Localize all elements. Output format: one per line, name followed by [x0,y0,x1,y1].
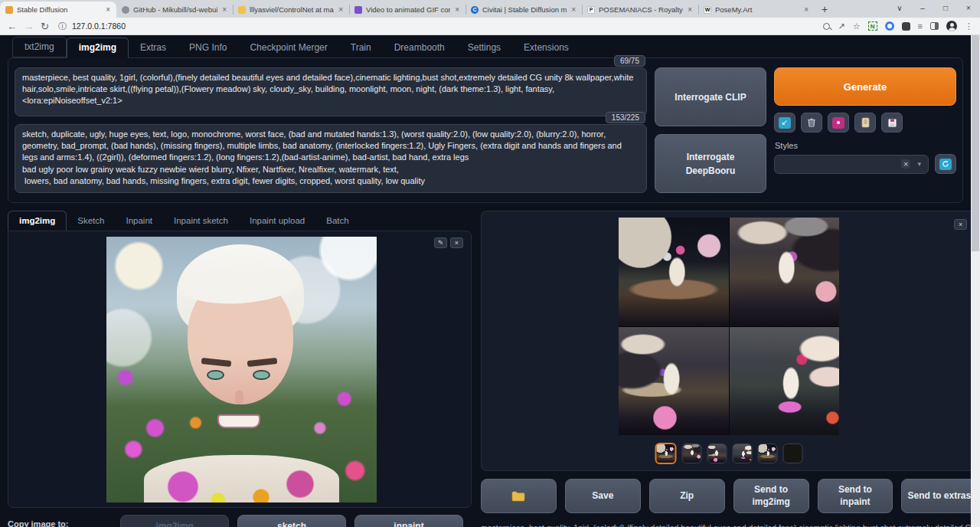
extensions-puzzle-icon[interactable] [902,22,910,31]
bookmark-star-icon[interactable]: ☆ [853,22,861,31]
generate-button[interactable]: Generate [774,67,956,106]
close-gallery-button[interactable]: × [954,219,967,230]
remove-image-button[interactable]: × [450,237,463,248]
page-scrollbar[interactable] [971,35,980,527]
tab-close-icon[interactable]: × [803,5,809,14]
open-folder-button[interactable] [481,479,557,513]
gallery-thumbnail[interactable] [682,444,702,463]
profile-avatar[interactable] [946,21,957,31]
site-info-icon[interactable]: ⓘ [58,21,67,32]
gallery-image-4[interactable] [730,327,840,436]
tab-close-icon[interactable]: × [687,5,693,14]
side-panel-icon[interactable] [930,22,939,30]
browser-tab-posemyart[interactable]: W PoseMy.Art × [698,2,815,18]
styles-label: Styles [775,141,956,150]
tab-close-icon[interactable]: × [454,5,460,14]
reading-list-icon[interactable]: ≡ [918,22,923,31]
tab-img2img[interactable]: img2img [67,38,129,58]
save-button[interactable]: Save [565,479,641,513]
window-close-button[interactable]: × [957,0,980,15]
copy-to-sketch-button[interactable]: sketch [237,515,346,527]
gallery-image-3[interactable] [619,327,729,436]
styles-dropdown[interactable]: × ▾ [774,155,929,174]
apply-styles-button[interactable] [854,113,876,133]
scrollbar-thumb[interactable] [972,35,979,251]
send-to-extras-button[interactable]: Send to extras [901,479,977,513]
tab-dreambooth[interactable]: Dreambooth [383,38,456,57]
window-minimize-button[interactable]: – [911,0,934,15]
mode-tab-inpaint-sketch[interactable]: Inpaint sketch [163,211,239,231]
extension-n-icon[interactable]: N [868,21,877,31]
mode-tab-sketch[interactable]: Sketch [67,211,115,231]
portrait-smile [217,414,260,427]
browser-tab-github[interactable]: GitHub - Mikubill/sd-webui-co × [116,2,233,18]
browser-tab-stable-diffusion[interactable]: Stable Diffusion × [0,2,116,18]
gallery-thumbnail[interactable] [758,444,778,463]
mode-tab-img2img[interactable]: img2img [8,211,67,231]
browser-tab-gif-converter[interactable]: Video to animated GIF converter × [349,2,466,18]
tab-extensions[interactable]: Extensions [512,38,580,57]
gallery-thumbnail[interactable] [783,444,803,463]
dropdown-clear-icon[interactable]: × [901,159,910,169]
edit-image-button[interactable]: ✎ [434,237,447,248]
tab-train[interactable]: Train [339,38,383,57]
window-maximize-button[interactable]: □ [934,0,957,15]
gallery-image-1[interactable] [619,218,729,326]
portrait-nose [235,391,243,404]
extension-blue-icon[interactable] [885,21,894,31]
window-controls: ∨ – □ × [888,0,980,15]
trash-icon [806,117,817,128]
tab-extras[interactable]: Extras [129,38,178,57]
tab-close-icon[interactable]: × [338,5,344,14]
prompt-token-counter: 69/75 [614,55,645,67]
prompt-input[interactable]: masterpiece, best quality, 1girl, (color… [15,67,647,116]
dropdown-caret-icon[interactable]: ▾ [917,160,921,168]
tab-txt2img[interactable]: txt2img [12,37,67,57]
browser-tab-posemaniacs[interactable]: P POSEMANIACS - Royalty free 3 × [582,2,698,18]
extra-networks-button[interactable] [828,113,849,133]
negative-prompt-input[interactable]: sketch, duplicate, ugly, huge eyes, text… [15,124,647,193]
paste-arrow-icon: ↙ [779,117,791,129]
clear-prompt-button[interactable] [801,113,822,133]
output-gallery: × [481,211,977,471]
refresh-styles-button[interactable] [935,154,956,174]
interrogate-deepbooru-button[interactable]: Interrogate DeepBooru [655,134,766,193]
interrogate-clip-button[interactable]: Interrogate CLIP [655,67,766,126]
tab-close-icon[interactable]: × [570,5,577,14]
gallery-thumbnail[interactable] [707,444,727,463]
forward-button[interactable]: → [24,21,34,31]
copy-to-inpaint-button[interactable]: inpaint [354,515,463,527]
window-chevron-icon[interactable]: ∨ [888,0,911,15]
back-button[interactable]: ← [7,21,17,31]
share-icon[interactable]: ↗ [838,22,844,31]
gallery-thumbnail[interactable] [733,444,753,463]
mode-tab-inpaint-upload[interactable]: Inpaint upload [239,211,315,231]
tab-checkpoint-merger[interactable]: Checkpoint Merger [238,38,338,57]
send-to-img2img-button[interactable]: Send to img2img [733,479,809,513]
gallery-thumbnail-selected[interactable] [655,443,677,464]
tab-settings[interactable]: Settings [456,38,512,57]
save-style-button[interactable] [881,113,903,133]
card-icon [832,117,844,129]
tab-png-info[interactable]: PNG Info [178,38,238,57]
gallery-image-grid[interactable] [619,218,839,435]
browser-tab-controlnet[interactable]: lllyasviel/ControlNet at main × [233,2,349,18]
tab-close-icon[interactable]: × [221,5,227,14]
browser-tab-civitai[interactable]: C Civitai | Stable Diffusion model × [466,2,582,18]
mode-tab-batch[interactable]: Batch [315,211,359,231]
browser-menu-icon[interactable]: ⋮ [965,22,973,31]
zoom-icon[interactable] [823,23,830,30]
new-tab-button[interactable]: + [815,3,835,15]
address-bar[interactable]: ⓘ 127.0.0.1:7860 [56,21,817,32]
reload-button[interactable]: ↻ [41,21,49,31]
mode-tab-inpaint[interactable]: Inpaint [115,211,163,231]
url-text[interactable]: 127.0.0.1:7860 [72,21,126,31]
input-image-canvas[interactable]: ✎ × [8,231,472,508]
favicon-github [122,6,129,14]
tab-close-icon[interactable]: × [105,5,111,14]
gallery-image-2[interactable] [730,218,840,326]
zip-button[interactable]: Zip [649,479,725,513]
paste-params-button[interactable]: ↙ [774,113,795,133]
send-to-inpaint-button[interactable]: Send to inpaint [818,479,893,513]
input-image-preview[interactable] [106,237,377,502]
